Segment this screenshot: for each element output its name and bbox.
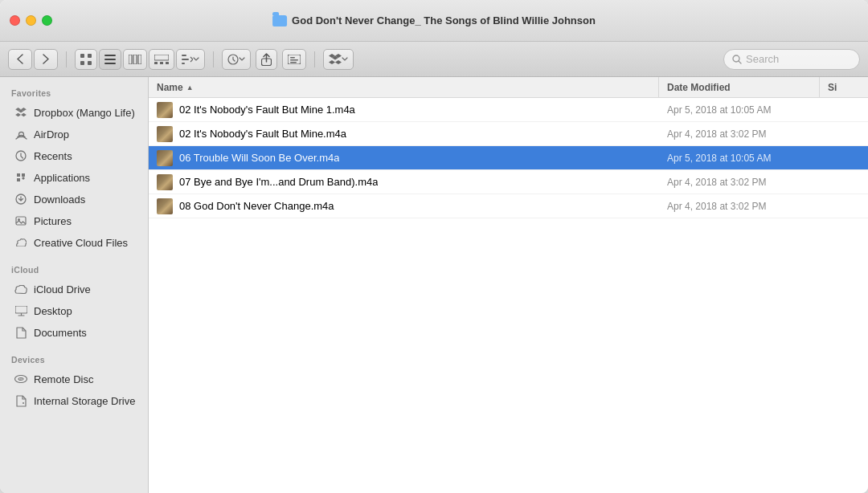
sidebar-item-icloud-drive[interactable]: iCloud Drive (3, 279, 145, 299)
sidebar-item-dropbox[interactable]: Dropbox (Mango Life) (3, 102, 145, 123)
file-name: 06 Trouble Will Soon Be Over.m4a (179, 152, 339, 164)
internal-storage-icon (14, 394, 27, 407)
documents-icon (14, 326, 27, 339)
file-list-container: Name ▲ Date Modified Si 02 It's Nobody's… (149, 77, 868, 493)
sidebar-pictures-label: Pictures (34, 215, 72, 227)
svg-rect-5 (104, 59, 116, 60)
svg-rect-9 (138, 55, 141, 64)
svg-rect-8 (133, 55, 137, 64)
icloud-header: iCloud (0, 254, 148, 278)
file-name: 08 God Don't Never Change.m4a (179, 200, 334, 212)
file-cell-name: 08 God Don't Never Change.m4a (149, 198, 659, 214)
sidebar-desktop-label: Desktop (34, 305, 72, 317)
sidebar-item-desktop[interactable]: Desktop (3, 300, 145, 321)
dropbox-button[interactable] (323, 49, 354, 70)
tag-button[interactable] (282, 49, 306, 70)
svg-rect-21 (290, 59, 298, 61)
file-cell-name: 02 It's Nobody's Fault But Mine 1.m4a (149, 102, 659, 118)
svg-marker-27 (335, 60, 342, 64)
gallery-view-button[interactable] (149, 49, 174, 70)
file-cell-name: 07 Bye and Bye I'm...and Drum Band).m4a (149, 174, 659, 190)
file-cell-date: Apr 4, 2018 at 3:02 PM (659, 201, 820, 212)
arrange-view-button[interactable] (176, 49, 205, 70)
search-placeholder: Search (746, 53, 779, 65)
dropbox-icon (14, 106, 27, 119)
icloud-drive-icon (14, 283, 27, 295)
file-cell-date: Apr 4, 2018 at 3:02 PM (659, 177, 820, 188)
file-name: 02 It's Nobody's Fault But Mine 1.m4a (179, 104, 355, 116)
file-thumb (157, 102, 173, 118)
sidebar-dropbox-label: Dropbox (Mango Life) (34, 107, 135, 119)
favorites-header: Favorites (0, 77, 148, 101)
svg-marker-34 (21, 113, 27, 116)
titlebar: God Don't Never Change_ The Songs of Bli… (0, 0, 868, 42)
sidebar-item-documents[interactable]: Documents (3, 322, 145, 343)
remote-disc-icon (14, 373, 27, 385)
table-row[interactable]: 02 It's Nobody's Fault But Mine 1.m4a Ap… (149, 98, 868, 122)
search-icon (732, 55, 742, 64)
applications-icon (14, 171, 27, 184)
file-cell-name: 02 It's Nobody's Fault But Mine.m4a (149, 126, 659, 142)
share-button[interactable] (256, 49, 277, 70)
sidebar-downloads-label: Downloads (34, 194, 85, 206)
sidebar-item-applications[interactable]: Applications (3, 167, 145, 188)
maximize-button[interactable] (42, 15, 52, 26)
finder-window: God Don't Never Change_ The Songs of Bli… (0, 0, 868, 493)
svg-marker-33 (15, 113, 21, 116)
svg-rect-14 (182, 55, 186, 56)
sidebar-item-pictures[interactable]: Pictures (3, 210, 145, 231)
file-thumb (157, 198, 173, 214)
icon-view-button[interactable] (75, 49, 97, 70)
file-rows: 02 It's Nobody's Fault But Mine 1.m4a Ap… (149, 98, 868, 218)
search-box[interactable]: Search (723, 49, 860, 70)
sidebar-icloud-drive-label: iCloud Drive (34, 283, 91, 295)
svg-rect-2 (80, 61, 84, 65)
file-cell-date: Apr 5, 2018 at 10:05 AM (659, 153, 820, 164)
forward-button[interactable] (34, 49, 58, 70)
table-row[interactable]: 02 It's Nobody's Fault But Mine.m4a Apr … (149, 122, 868, 146)
action-button[interactable] (222, 49, 251, 70)
col-name-header[interactable]: Name ▲ (149, 77, 659, 97)
sidebar-item-creative-cloud[interactable]: Creative Cloud Files (3, 232, 145, 253)
sidebar-documents-label: Documents (34, 327, 87, 339)
sidebar-item-airdrop[interactable]: AirDrop (3, 124, 145, 145)
col-name-label: Name (157, 82, 183, 93)
list-view-button[interactable] (99, 49, 121, 70)
toolbar: Search (0, 42, 868, 77)
sidebar-item-downloads[interactable]: Downloads (3, 189, 145, 210)
column-view-button[interactable] (123, 49, 147, 70)
file-cell-name: 06 Trouble Will Soon Be Over.m4a (149, 150, 659, 166)
file-cell-date: Apr 4, 2018 at 3:02 PM (659, 128, 820, 140)
svg-rect-3 (88, 61, 92, 65)
separator-1 (66, 51, 67, 67)
svg-rect-10 (154, 55, 169, 60)
traffic-lights (10, 15, 52, 26)
desktop-icon (14, 304, 27, 317)
close-button[interactable] (10, 15, 20, 26)
sidebar-airdrop-label: AirDrop (34, 128, 69, 141)
sidebar-item-internal-storage[interactable]: Internal Storage Drive (3, 390, 145, 411)
sidebar-cc-label: Creative Cloud Files (34, 237, 128, 249)
table-row[interactable]: 06 Trouble Will Soon Be Over.m4a Apr 5, … (149, 146, 868, 170)
svg-rect-7 (129, 55, 132, 64)
sort-arrow: ▲ (186, 84, 194, 92)
table-row[interactable]: 07 Bye and Bye I'm...and Drum Band).m4a … (149, 170, 868, 194)
table-row[interactable]: 08 God Don't Never Change.m4a Apr 4, 201… (149, 194, 868, 218)
svg-rect-13 (166, 62, 169, 64)
sidebar-item-recents[interactable]: Recents (3, 145, 145, 166)
col-date-label: Date Modified (667, 82, 731, 93)
airdrop-icon (14, 128, 27, 141)
folder-icon (272, 15, 287, 26)
nav-buttons (8, 49, 58, 70)
col-size-label: Si (828, 82, 837, 93)
view-buttons (75, 49, 205, 70)
col-size-header[interactable]: Si (820, 82, 868, 93)
minimize-button[interactable] (26, 15, 36, 26)
col-date-header[interactable]: Date Modified (659, 77, 820, 97)
svg-point-46 (23, 402, 24, 404)
svg-rect-0 (80, 54, 84, 58)
back-button[interactable] (8, 49, 32, 70)
pictures-icon (14, 214, 27, 227)
file-thumb (157, 174, 173, 190)
sidebar-item-remote-disc[interactable]: Remote Disc (3, 369, 145, 389)
